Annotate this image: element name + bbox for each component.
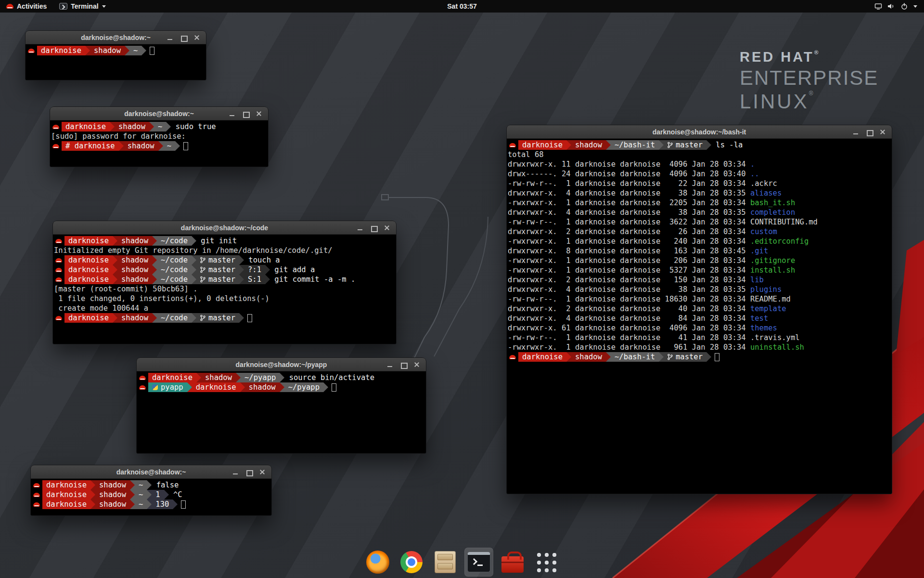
- minimize-button[interactable]: [356, 224, 364, 232]
- powerline-arrow-icon: [152, 265, 157, 275]
- output-text: themes: [750, 324, 777, 332]
- output-text: drwxrwxr-x. 4 darknoise darknoise 38 Jan…: [508, 285, 750, 294]
- close-button[interactable]: [258, 468, 266, 476]
- activities-button[interactable]: Activities: [0, 0, 53, 13]
- close-icon: [383, 224, 391, 232]
- terminal-line: darknoiseshadow~: [26, 46, 205, 55]
- dock-item-chrome[interactable]: [398, 548, 425, 576]
- powerline-arrow-icon: [323, 382, 328, 392]
- window-titlebar[interactable]: darknoise@shadow:~: [26, 31, 206, 44]
- prompt-segment-host: shadow: [90, 46, 125, 55]
- command-text: ^C: [169, 490, 182, 499]
- maximize-button[interactable]: [245, 468, 253, 476]
- close-button[interactable]: [193, 34, 201, 41]
- prompt-segment-user: darknoise: [192, 382, 240, 392]
- window-titlebar[interactable]: darknoise@shadow:~/bash-it: [507, 125, 892, 139]
- terminal-icon: [467, 552, 490, 572]
- command-text: git init: [196, 236, 237, 245]
- powerline-arrow-icon: [113, 313, 117, 323]
- powerline-arrow-icon: [110, 122, 115, 131]
- app-menu-button[interactable]: Terminal: [53, 0, 112, 13]
- maximize-icon: [245, 468, 253, 476]
- brand-line-linux: LINUX®: [740, 90, 878, 113]
- close-icon: [879, 128, 886, 136]
- maximize-button[interactable]: [399, 361, 407, 368]
- output-text: drwxrwxr-x. 2 darknoise darknoise 26 Jan…: [508, 227, 750, 236]
- prompt-segment-exit: 130: [152, 499, 173, 509]
- output-text: -rwxrwxr-x. 1 darknoise darknoise 5327 J…: [508, 266, 750, 275]
- maximize-button[interactable]: [370, 224, 377, 232]
- output-text: -rw-rw-r--. 1 darknoise darknoise 18630 …: [508, 295, 750, 303]
- dock-item-files[interactable]: [431, 548, 459, 576]
- dock-item-toolbox[interactable]: [499, 548, 526, 576]
- terminal-line: drwxrwxr-x. 2 darknoise darknoise 40 Jan…: [508, 304, 891, 314]
- close-button[interactable]: [413, 361, 421, 368]
- output-text: -rwxrwxr-x. 1 darknoise darknoise 206 Ja…: [508, 256, 750, 265]
- git-branch-icon: [200, 276, 205, 283]
- terminal-line: drwx------. 24 darknoise darknoise 4096 …: [508, 169, 891, 179]
- output-text: .editorconfig: [750, 237, 808, 246]
- powerline-arrow-icon: [566, 352, 571, 362]
- prompt-segment-path: ~: [135, 499, 147, 509]
- output-text: drwxrwxr-x. 61 darknoise darknoise 4096 …: [508, 324, 750, 332]
- powerline-arrow-icon: [659, 352, 664, 362]
- minimize-button[interactable]: [166, 34, 174, 41]
- powerline-arrow-icon: [239, 255, 244, 265]
- prompt-segment-host: shadow: [117, 255, 152, 265]
- maximize-button[interactable]: [242, 110, 249, 118]
- system-status-area[interactable]: [868, 0, 924, 13]
- dock-item-terminal[interactable]: [465, 548, 493, 576]
- output-text: drwxrwxr-x. 4 darknoise darknoise 84 Jan…: [508, 314, 750, 323]
- dock-item-show-applications[interactable]: [532, 548, 560, 576]
- window-titlebar[interactable]: darknoise@shadow:~: [50, 107, 268, 120]
- prompt-segment-git: master: [196, 265, 239, 275]
- prompt-segment-venv: pyapp: [148, 382, 187, 392]
- minimize-button[interactable]: [852, 128, 860, 136]
- terminal-line: -rwxrwxr-x. 1 darknoise darknoise 5327 J…: [508, 265, 891, 275]
- terminal-content[interactable]: darknoiseshadow~ sudo true[sudo] passwor…: [50, 120, 268, 167]
- clock-button[interactable]: Sat 03:57: [442, 0, 481, 13]
- maximize-button[interactable]: [180, 34, 187, 41]
- prompt-segment-path: ~: [135, 490, 147, 499]
- toolbox-icon: [501, 556, 524, 573]
- git-branch-icon: [200, 257, 205, 263]
- terminal-content[interactable]: darknoiseshadow~: [26, 44, 206, 80]
- terminal-window-code: darknoise@shadow:~/code darknoiseshadow~…: [53, 221, 396, 344]
- window-title: darknoise@shadow:~/code: [53, 224, 396, 232]
- redhat-icon: [33, 493, 40, 497]
- prompt-segment-user: darknoise: [42, 490, 90, 499]
- close-button[interactable]: [255, 110, 263, 118]
- terminal-content[interactable]: darknoiseshadow~ falsedarknoiseshadow~1 …: [31, 479, 271, 515]
- window-titlebar[interactable]: darknoise@shadow:~: [31, 465, 271, 479]
- output-text: drwxrwxr-x. 11 darknoise darknoise 4096 …: [508, 160, 750, 169]
- window-titlebar[interactable]: darknoise@shadow:~/pyapp: [137, 358, 426, 371]
- minimize-button[interactable]: [386, 361, 394, 368]
- close-button[interactable]: [879, 128, 886, 136]
- prompt-segment-path: ~: [154, 122, 166, 131]
- terminal-content[interactable]: darknoiseshadow~/code git initInitialize…: [53, 235, 396, 344]
- maximize-button[interactable]: [865, 128, 873, 136]
- terminal-line: darknoiseshadow~/pyapp source bin/activa…: [138, 373, 425, 382]
- redhat-icon: [28, 49, 35, 53]
- powerline-arrow-icon: [239, 313, 244, 323]
- minimize-button[interactable]: [231, 468, 239, 476]
- minimize-button[interactable]: [228, 110, 236, 118]
- window-controls: [166, 34, 206, 41]
- terminal-content[interactable]: darknoiseshadow~/bash-itmaster ls -latot…: [507, 139, 892, 494]
- window-controls: [231, 468, 271, 476]
- prompt-segment-host: shadow: [117, 313, 152, 323]
- powerline-arrow-icon: [119, 141, 124, 151]
- powerline-arrow-icon: [113, 275, 117, 284]
- clock-label: Sat 03:57: [447, 2, 476, 10]
- close-icon: [255, 110, 263, 118]
- dock-item-firefox[interactable]: [364, 548, 392, 576]
- prompt-segment-user: darknoise: [518, 352, 566, 362]
- close-button[interactable]: [383, 224, 391, 232]
- output-text: test: [750, 314, 768, 323]
- prompt-segment-git: master: [196, 255, 239, 265]
- git-branch-icon: [667, 354, 673, 360]
- terminal-content[interactable]: darknoiseshadow~/pyapp source bin/activa…: [137, 371, 426, 453]
- redhat-icon: [55, 239, 62, 243]
- window-titlebar[interactable]: darknoise@shadow:~/code: [53, 221, 396, 235]
- terminal-line: -rw-rw-r--. 1 darknoise darknoise 18630 …: [508, 294, 891, 304]
